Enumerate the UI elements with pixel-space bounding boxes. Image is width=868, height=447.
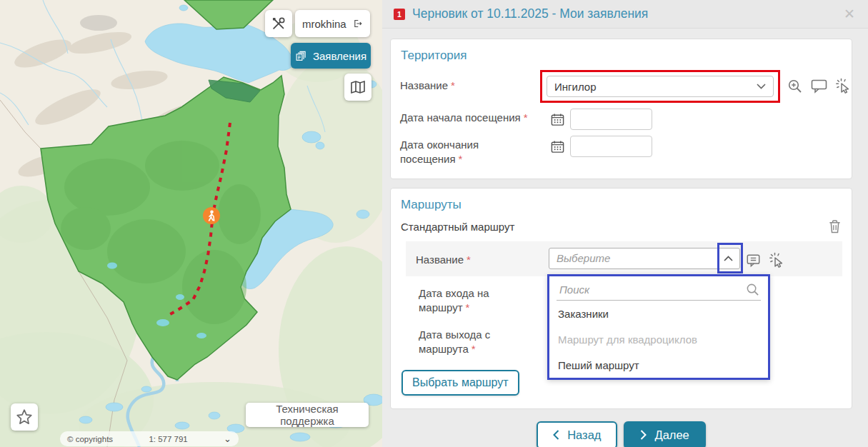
support-button[interactable]: Техническая поддержка <box>246 403 369 427</box>
applications-button[interactable]: Заявления <box>291 43 371 69</box>
visit-end-input[interactable] <box>570 136 652 157</box>
routes-section: Маршруты Стандартный маршрут Н <box>390 188 852 409</box>
scale-chevron-icon[interactable]: ⌄ <box>224 434 231 443</box>
route-type-label: Стандартный маршрут <box>401 221 514 233</box>
territory-name-value: Ингилор <box>554 81 597 93</box>
route-entry-label: Дата входа на маршрут* <box>419 286 526 316</box>
visit-start-row: Дата начала посещения* <box>400 107 842 130</box>
visit-start-label: Дата начала посещения* <box>400 107 540 125</box>
pick-on-map-button[interactable] <box>835 78 851 94</box>
visit-start-control <box>540 107 652 130</box>
panel-header: 1 Черновик от 10.11.2025 - Мои заявления… <box>382 0 868 29</box>
chevron-left-icon <box>553 430 559 440</box>
back-label: Назад <box>567 428 601 442</box>
route-marker[interactable] <box>203 207 220 224</box>
dropdown-option-disabled[interactable]: Маршрут для квадроциклов <box>549 326 768 352</box>
red-highlight-annotation: Ингилор <box>540 70 780 103</box>
route-name-combobox: Выберите <box>549 248 740 269</box>
scale-label: 1: 577 791 <box>149 435 187 443</box>
chevron-up-icon <box>724 256 733 261</box>
panel-title: Черновик от 10.11.2025 - Мои заявления <box>412 6 842 21</box>
route-exit-label: Дата выхода с маршрута* <box>419 328 526 357</box>
star-icon <box>15 408 34 426</box>
close-icon[interactable]: ✕ <box>842 6 857 22</box>
route-name-placeholder: Выберите <box>557 252 610 264</box>
trash-icon <box>828 219 842 234</box>
territory-section: Территория Название* Ингилор <box>390 39 852 179</box>
visit-end-row: Дата окончания посещения* <box>400 134 842 167</box>
chevron-down-icon <box>757 84 766 89</box>
route-dropdown: Заказники Маршрут для квадроциклов Пеший… <box>547 274 770 380</box>
next-button[interactable]: Далее <box>624 421 705 447</box>
pick-route-on-map-button[interactable] <box>769 252 784 268</box>
chevron-right-icon <box>640 430 647 440</box>
application-form-panel: 1 Черновик от 10.11.2025 - Мои заявления… <box>382 0 868 447</box>
visit-end-control <box>540 134 652 157</box>
copyrights-label: © copyrights <box>67 435 113 443</box>
map-pane: mrokhina Заявления <box>0 0 382 447</box>
route-name-select[interactable]: Выберите <box>549 248 740 269</box>
territory-name-label: Название* <box>400 70 540 93</box>
next-label: Далее <box>654 428 689 442</box>
comment-lines-icon <box>746 253 761 268</box>
cursor-click-icon <box>835 78 851 94</box>
calendar-icon[interactable] <box>550 139 565 154</box>
select-route-button[interactable]: Выбрать маршрут <box>401 370 519 396</box>
delete-route-button[interactable] <box>828 219 842 234</box>
route-name-row: Название* Выберите <box>406 241 842 276</box>
basemap-button[interactable] <box>344 74 371 101</box>
draft-count-badge: 1 <box>394 9 405 20</box>
territory-heading: Территория <box>401 49 842 63</box>
dropdown-search-input[interactable] <box>558 283 746 296</box>
dropdown-option[interactable]: Пеший маршрут <box>549 352 768 378</box>
back-button[interactable]: Назад <box>537 421 617 447</box>
dropdown-search-row <box>557 280 761 301</box>
application-window: mrokhina Заявления <box>0 0 868 447</box>
zoom-in-icon <box>787 79 803 94</box>
username-label: mrokhina <box>302 18 346 30</box>
route-name-label: Название* <box>416 248 549 267</box>
territory-actions <box>787 70 851 94</box>
dropdown-option[interactable]: Заказники <box>549 301 768 326</box>
favorites-button[interactable] <box>11 403 38 431</box>
territory-name-select[interactable]: Ингилор <box>547 76 774 97</box>
applications-label: Заявления <box>313 50 366 62</box>
user-button[interactable]: mrokhina <box>295 10 370 37</box>
map-attribution-bar: © copyrights 1: 577 791 ⌄ <box>60 431 239 446</box>
territory-name-row: Название* Ингилор <box>400 70 842 103</box>
tools-button[interactable] <box>265 10 292 37</box>
panel-body: Территория Название* Ингилор <box>382 29 868 447</box>
folded-map-icon <box>349 79 366 95</box>
wizard-footer: Назад Далее <box>390 421 852 447</box>
route-actions <box>746 248 784 268</box>
route-comment-button[interactable] <box>746 253 761 268</box>
cursor-click-icon <box>769 252 784 268</box>
territory-comment-button[interactable] <box>811 79 827 94</box>
combo-chevron-cell[interactable] <box>717 248 739 268</box>
calendar-icon[interactable] <box>550 112 565 127</box>
support-label: Техническая поддержка <box>250 403 364 427</box>
zoom-to-territory-button[interactable] <box>787 79 803 94</box>
applications-icon <box>295 49 307 63</box>
comment-icon <box>811 79 827 94</box>
routes-heading: Маршруты <box>401 198 842 212</box>
search-icon <box>746 283 759 296</box>
logout-icon <box>352 16 363 31</box>
tools-icon <box>271 16 286 31</box>
visit-end-label: Дата окончания посещения* <box>400 134 540 167</box>
visit-start-input[interactable] <box>570 109 652 130</box>
route-header: Стандартный маршрут <box>401 219 842 234</box>
